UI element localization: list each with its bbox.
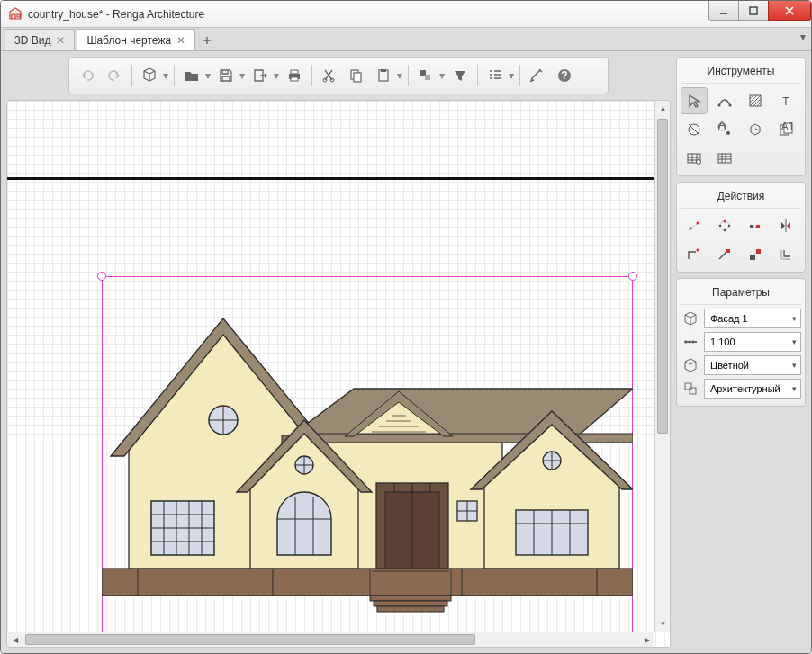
svg-point-103 xyxy=(728,225,731,228)
panel-title: Параметры xyxy=(681,282,801,305)
move-action[interactable] xyxy=(681,212,708,239)
svg-point-99 xyxy=(697,222,699,225)
minimize-button[interactable] xyxy=(708,1,739,21)
close-button[interactable] xyxy=(768,1,811,21)
dropdown-icon[interactable]: ▾ xyxy=(396,69,403,82)
canvas-area: ▾ ▾ ▾ ▾ ▾ ▾ ▾ ? xyxy=(1,51,676,653)
tab-3d-view[interactable]: 3D Вид ✕ xyxy=(5,29,75,50)
cut-button[interactable] xyxy=(317,63,342,88)
style-select[interactable]: Архитектурный xyxy=(704,379,801,399)
dropdown-icon[interactable]: ▾ xyxy=(204,69,212,82)
scroll-down-button[interactable]: ▼ xyxy=(655,616,671,632)
svg-rect-7 xyxy=(354,73,361,82)
tab-drawing-template[interactable]: Шаблон чертежа ✕ xyxy=(77,29,195,50)
section-tool[interactable]: A1 xyxy=(772,116,799,143)
svg-rect-0 xyxy=(750,7,757,14)
mirror-action[interactable] xyxy=(772,212,799,239)
line-tool[interactable] xyxy=(711,87,738,114)
horizontal-scrollbar[interactable]: ◀ ▶ xyxy=(7,632,654,647)
select-tool[interactable] xyxy=(681,87,708,114)
svg-rect-9 xyxy=(381,69,386,72)
dropdown-icon[interactable]: ▾ xyxy=(438,69,446,82)
svg-point-76 xyxy=(729,104,732,107)
selection-handle[interactable] xyxy=(97,272,106,281)
settings-button[interactable] xyxy=(525,63,550,88)
color-mode-select[interactable]: Цветной xyxy=(704,355,801,375)
svg-rect-2 xyxy=(291,70,298,74)
house-drawing[interactable] xyxy=(102,290,633,614)
canvas[interactable]: ▲ ▼ ◀ ▶ xyxy=(6,100,671,648)
window-buttons xyxy=(709,1,811,21)
rotate-action[interactable] xyxy=(711,212,738,239)
layers-button[interactable] xyxy=(413,63,438,88)
svg-rect-21 xyxy=(377,606,444,612)
dropdown-icon[interactable]: ▾ xyxy=(239,69,246,82)
scale-action[interactable] xyxy=(742,241,769,268)
scale-select[interactable]: 1:100 xyxy=(704,332,801,352)
maximize-button[interactable] xyxy=(738,1,769,21)
page-edge xyxy=(7,177,670,180)
tools-panel: Инструменты T A A1 xyxy=(676,57,806,176)
scroll-thumb[interactable] xyxy=(25,634,475,645)
dropdown-icon[interactable]: ▾ xyxy=(508,69,515,82)
main: ▾ ▾ ▾ ▾ ▾ ▾ ▾ ? xyxy=(1,51,811,653)
panel-title: Действия xyxy=(681,186,801,209)
scroll-right-button[interactable]: ▶ xyxy=(639,632,654,648)
svg-rect-108 xyxy=(726,249,730,253)
close-tab-icon[interactable]: ✕ xyxy=(176,36,185,45)
trim-action[interactable] xyxy=(681,241,708,268)
new-button[interactable] xyxy=(137,63,162,88)
print-button[interactable] xyxy=(282,63,307,88)
svg-text:?: ? xyxy=(561,69,567,82)
export-button[interactable] xyxy=(248,63,273,88)
dimension-tool[interactable] xyxy=(681,116,708,143)
vertical-scrollbar[interactable]: ▲ ▼ xyxy=(654,101,670,632)
tab-label: 3D Вид xyxy=(14,34,50,47)
help-button[interactable]: ? xyxy=(552,63,577,88)
save-button[interactable] xyxy=(213,63,239,88)
svg-rect-93 xyxy=(718,154,731,163)
svg-text:A: A xyxy=(718,121,726,131)
svg-point-83 xyxy=(726,131,730,135)
actions-panel: Действия xyxy=(676,182,806,273)
hatch-tool[interactable] xyxy=(742,87,769,114)
svg-rect-115 xyxy=(685,383,691,390)
color-mode-icon xyxy=(681,355,700,375)
redo-button[interactable] xyxy=(102,63,127,88)
table-tool[interactable] xyxy=(681,145,708,172)
open-button[interactable] xyxy=(179,63,204,88)
svg-point-104 xyxy=(724,229,726,232)
svg-point-75 xyxy=(718,104,721,107)
svg-rect-116 xyxy=(690,388,696,394)
axis-tool[interactable]: A xyxy=(711,116,738,143)
tab-menu-button[interactable]: ▾ xyxy=(800,31,806,43)
dropdown-icon[interactable]: ▾ xyxy=(162,69,169,82)
svg-rect-105 xyxy=(750,225,753,228)
close-tab-icon[interactable]: ✕ xyxy=(56,36,65,45)
schedule-tool[interactable] xyxy=(711,145,738,172)
list-button[interactable] xyxy=(483,63,508,88)
svg-rect-19 xyxy=(370,596,451,601)
scroll-up-button[interactable]: ▲ xyxy=(655,101,671,116)
filter-button[interactable] xyxy=(447,63,473,88)
svg-rect-20 xyxy=(374,601,447,606)
scroll-thumb[interactable] xyxy=(657,119,668,434)
svg-point-107 xyxy=(697,249,699,252)
scroll-left-button[interactable]: ◀ xyxy=(7,632,23,648)
params-panel: Параметры Фасад 1 1:100 Цветной Архитект… xyxy=(676,278,806,407)
copy-action[interactable] xyxy=(742,212,769,239)
paste-button[interactable] xyxy=(371,63,396,88)
svg-rect-41 xyxy=(318,434,633,443)
svg-point-102 xyxy=(719,225,722,228)
copy-button[interactable] xyxy=(344,63,369,88)
selection-handle[interactable] xyxy=(628,272,637,281)
undo-button[interactable] xyxy=(75,63,100,88)
extend-action[interactable] xyxy=(711,241,738,268)
view-select[interactable]: Фасад 1 xyxy=(704,309,801,328)
text-tool[interactable]: T xyxy=(772,87,799,114)
offset-action[interactable] xyxy=(772,241,799,268)
dropdown-icon[interactable]: ▾ xyxy=(273,69,280,82)
component-tool[interactable] xyxy=(742,116,769,143)
add-tab-button[interactable] xyxy=(197,31,217,50)
svg-rect-3 xyxy=(291,77,298,81)
